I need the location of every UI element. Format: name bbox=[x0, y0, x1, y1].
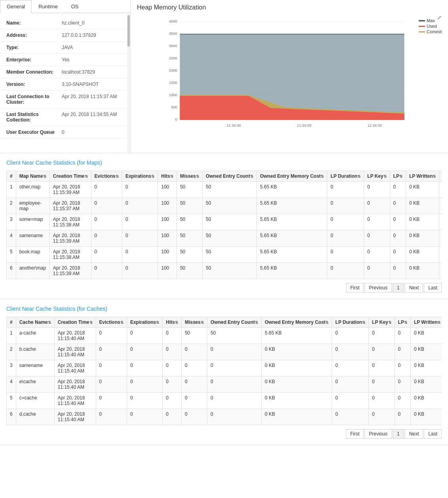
caches-cell-hits: 0 bbox=[163, 376, 182, 393]
maps-cell-creation: Apr 20, 2018 11:15:39 AM bbox=[49, 230, 91, 247]
maps-cell-num: 3 bbox=[7, 214, 16, 230]
col-creation-time[interactable]: Creation Time⇅ bbox=[49, 171, 91, 182]
col-map-name[interactable]: Map Name⇅ bbox=[16, 171, 49, 182]
col-lp-duration[interactable]: LP Duration⇅ bbox=[327, 171, 364, 182]
maps-row-4: 4 samename Apr 20, 2018 11:15:39 AM 0 0 … bbox=[7, 230, 442, 247]
cache-col-lp-written[interactable]: LP Written⇅ bbox=[410, 317, 442, 328]
col-owned-mem[interactable]: Owned Entry Memory Cost⇅ bbox=[256, 171, 327, 182]
cache-col-creation[interactable]: Creation Time⇅ bbox=[54, 317, 96, 328]
caches-cell-num: 2 bbox=[7, 344, 16, 360]
maps-section-title: Client Near Cache Statistics (for Maps) bbox=[6, 160, 442, 166]
label-address: Address: bbox=[6, 32, 62, 38]
svg-text:4000: 4000 bbox=[169, 19, 177, 23]
maps-cell-owned-entry: 50 bbox=[202, 182, 256, 198]
svg-text:1000: 1000 bbox=[169, 93, 177, 97]
col-hits[interactable]: Hits⇅ bbox=[158, 171, 177, 182]
scrollbar-thumb[interactable] bbox=[127, 15, 130, 47]
caches-last-btn[interactable]: Last bbox=[424, 429, 442, 439]
maps-cell-num: 5 bbox=[7, 247, 16, 263]
col-lp-failure[interactable]: LP Failure⇅ bbox=[439, 171, 442, 182]
caches-cell-expirations: 0 bbox=[127, 409, 162, 425]
col-lp-key[interactable]: LP Key⇅ bbox=[364, 171, 390, 182]
caches-current-page[interactable]: 1 bbox=[393, 429, 404, 439]
cache-col-hits[interactable]: Hits⇅ bbox=[163, 317, 182, 328]
cache-col-owned-entry[interactable]: Owned Entry Count⇅ bbox=[207, 317, 261, 328]
svg-text:0: 0 bbox=[175, 118, 177, 122]
tab-general[interactable]: General bbox=[0, 0, 32, 13]
caches-previous-btn[interactable]: Previous bbox=[364, 429, 392, 439]
cache-col-owned-mem[interactable]: Owned Entry Memory Cost⇅ bbox=[261, 317, 332, 328]
maps-cell-name: samename bbox=[16, 230, 49, 247]
cache-col-evictions[interactable]: Evictions⇅ bbox=[96, 317, 127, 328]
cache-col-lp-key[interactable]: LP Key⇅ bbox=[369, 317, 395, 328]
col-evictions[interactable]: Evictions⇅ bbox=[91, 171, 122, 182]
info-row-last-connection: Last Connection to Cluster: Apr 20, 2018… bbox=[0, 91, 130, 108]
caches-cell-num: 3 bbox=[7, 360, 16, 376]
maps-cell-lp-duration: 0 bbox=[327, 247, 364, 263]
caches-first-btn[interactable]: First bbox=[346, 429, 364, 439]
col-lp[interactable]: LP⇅ bbox=[390, 171, 406, 182]
caches-cell-owned-entry: 0 bbox=[207, 409, 261, 425]
caches-tbody: 1 a-cache Apr 20, 2018 11:15:40 AM 0 0 0… bbox=[7, 328, 442, 425]
maps-cell-misses: 50 bbox=[177, 198, 202, 214]
caches-cell-lp: 0 bbox=[395, 376, 410, 393]
caches-cell-owned-mem: 0 KB bbox=[261, 344, 332, 360]
caches-cell-creation: Apr 20, 2018 11:15:40 AM bbox=[54, 393, 96, 409]
info-row-enterprise: Enterprise: Yes bbox=[0, 54, 130, 66]
tab-os[interactable]: OS bbox=[65, 0, 85, 13]
caches-cell-owned-entry: 50 bbox=[207, 328, 261, 344]
svg-text:3000: 3000 bbox=[169, 44, 177, 48]
caches-cell-owned-entry: 0 bbox=[207, 344, 261, 360]
caches-cell-lp-duration: 0 bbox=[332, 344, 369, 360]
maps-cell-name: other,map bbox=[16, 182, 49, 198]
col-num: # bbox=[7, 171, 16, 182]
caches-cell-lp: 0 bbox=[395, 328, 410, 344]
heap-chart: 4000 3500 3000 2500 2000 1500 1000 500 0 bbox=[137, 18, 442, 137]
col-owned-entry[interactable]: Owned Entry Count⇅ bbox=[202, 171, 256, 182]
maps-cell-evictions: 0 bbox=[91, 230, 122, 247]
maps-next-btn[interactable]: Next bbox=[405, 283, 423, 293]
caches-cell-evictions: 0 bbox=[96, 393, 127, 409]
tab-runtime[interactable]: Runtime bbox=[32, 0, 64, 13]
chart-expand-icon[interactable]: ⤢ bbox=[437, 14, 442, 21]
maps-row-1: 1 other,map Apr 20, 2018 11:15:39 AM 0 0… bbox=[7, 182, 442, 198]
caches-cell-evictions: 0 bbox=[96, 328, 127, 344]
maps-cell-lp-written: 0 KB bbox=[406, 230, 439, 247]
maps-cell-evictions: 0 bbox=[91, 214, 122, 230]
legend-label-max: Max bbox=[427, 18, 435, 23]
caches-cell-lp-written: 0 KB bbox=[410, 409, 442, 425]
maps-cell-lp-key: 0 bbox=[364, 182, 390, 198]
scrollbar-track[interactable] bbox=[127, 14, 130, 153]
maps-previous-btn[interactable]: Previous bbox=[364, 283, 392, 293]
caches-cell-name: b.cache bbox=[16, 344, 54, 360]
maps-last-btn[interactable]: Last bbox=[424, 283, 442, 293]
cache-col-lp[interactable]: LP⇅ bbox=[395, 317, 410, 328]
maps-cell-lp-written: 0 KB bbox=[406, 247, 439, 263]
info-table: Name: hz.client_0 Address: 127.0.0.1:378… bbox=[0, 13, 130, 143]
col-misses[interactable]: Misses⇅ bbox=[177, 171, 202, 182]
caches-cell-expirations: 0 bbox=[127, 393, 162, 409]
caches-cell-creation: Apr 20, 2018 11:15:40 AM bbox=[54, 409, 96, 425]
col-lp-written[interactable]: LP Written⇅ bbox=[406, 171, 439, 182]
maps-cell-owned-entry: 50 bbox=[202, 198, 256, 214]
cache-col-name[interactable]: Cache Name⇅ bbox=[16, 317, 54, 328]
caches-cell-creation: Apr 20, 2018 11:15:40 AM bbox=[54, 344, 96, 360]
maps-first-btn[interactable]: First bbox=[346, 283, 364, 293]
label-enterprise: Enterprise: bbox=[6, 57, 62, 63]
legend-label-commit: Commit bbox=[427, 29, 442, 34]
maps-table-header: # Map Name⇅ Creation Time⇅ Evictions⇅ Ex… bbox=[7, 171, 442, 182]
maps-cell-num: 1 bbox=[7, 182, 16, 198]
cache-col-expirations[interactable]: Expirations⇅ bbox=[127, 317, 162, 328]
cache-col-lp-duration[interactable]: LP Duration⇅ bbox=[332, 317, 369, 328]
svg-text:2500: 2500 bbox=[169, 56, 177, 60]
maps-cell-owned-entry: 50 bbox=[202, 214, 256, 230]
chart-container: Max Used Commit ⤢ 4000 3500 3000 2500 bbox=[137, 14, 442, 149]
maps-cell-num: 4 bbox=[7, 230, 16, 247]
col-expirations[interactable]: Expirations⇅ bbox=[122, 171, 158, 182]
cache-col-misses[interactable]: Misses⇅ bbox=[181, 317, 207, 328]
caches-next-btn[interactable]: Next bbox=[405, 429, 423, 439]
maps-cell-owned-entry: 50 bbox=[202, 230, 256, 247]
caches-cell-owned-entry: 0 bbox=[207, 393, 261, 409]
maps-current-page[interactable]: 1 bbox=[393, 283, 404, 293]
value-version: 3.10-SNAPSHOT bbox=[62, 82, 99, 87]
